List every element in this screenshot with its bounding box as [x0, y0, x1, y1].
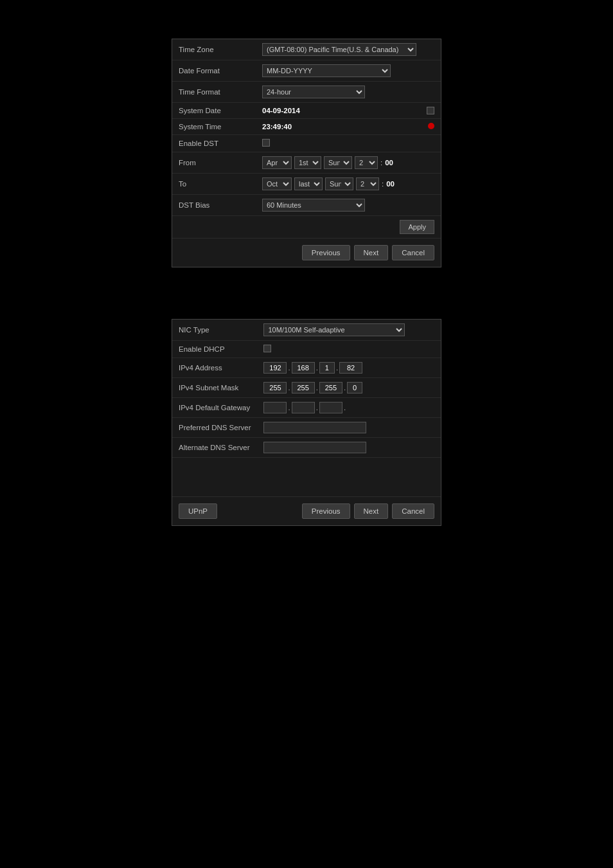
enable-dhcp-label: Enable DHCP: [172, 341, 257, 358]
panel2-footer-left: UPnP: [179, 503, 298, 519]
panel2-footer: UPnP Previous Next Cancel: [172, 496, 441, 525]
from-minutes: 00: [385, 159, 393, 167]
from-num-select[interactable]: 2: [355, 156, 378, 169]
to-week-select[interactable]: last: [294, 177, 323, 190]
panel1-footer: Previous Next Cancel: [172, 238, 441, 267]
previous-button-2[interactable]: Previous: [302, 503, 350, 519]
dns-alternate-field[interactable]: [263, 442, 366, 453]
subnet-dot-2: .: [316, 384, 318, 392]
ip-dot-2: .: [316, 364, 318, 372]
network-settings-table: NIC Type 10M/100M Self-adaptive Enable D…: [172, 320, 441, 496]
date-format-select[interactable]: MM-DD-YYYY: [262, 64, 391, 77]
ipv4-field-3[interactable]: [319, 362, 335, 374]
enable-dst-row: Enable DST: [172, 135, 441, 152]
spacer-row-1: [172, 458, 441, 471]
ipv4-field-2[interactable]: [292, 362, 315, 374]
time-settings-panel: Time Zone (GMT-08:00) Pacific Time(U.S. …: [172, 39, 441, 267]
to-colon: :: [382, 180, 384, 188]
gateway-dot-2: .: [316, 404, 318, 411]
dns-preferred-field[interactable]: [263, 422, 366, 433]
system-date-value: 04-09-2014: [262, 107, 300, 114]
system-date-row: System Date 04-09-2014: [172, 103, 441, 119]
ipv4-label: IPv4 Address: [172, 358, 257, 378]
timezone-row: Time Zone (GMT-08:00) Pacific Time(U.S. …: [172, 39, 441, 60]
apply-row: Apply: [172, 216, 441, 239]
enable-dhcp-checkbox[interactable]: [263, 345, 271, 352]
date-format-row: Date Format MM-DD-YYYY: [172, 60, 441, 82]
next-button[interactable]: Next: [354, 245, 389, 260]
enable-dhcp-row: Enable DHCP: [172, 341, 441, 358]
from-week-select[interactable]: 1st: [294, 156, 321, 169]
time-format-label: Time Format: [172, 82, 256, 103]
time-settings-table: Time Zone (GMT-08:00) Pacific Time(U.S. …: [172, 39, 441, 238]
subnet-dot-3: .: [344, 384, 346, 392]
calendar-icon[interactable]: [427, 107, 434, 114]
time-icon: [428, 123, 434, 131]
enable-dst-checkbox[interactable]: [262, 139, 270, 147]
ip-dot-1: .: [288, 364, 290, 372]
date-format-label: Date Format: [172, 60, 256, 82]
to-month-select[interactable]: Oct: [262, 177, 292, 190]
gateway-field-1[interactable]: [263, 402, 287, 413]
cancel-button[interactable]: Cancel: [392, 245, 434, 260]
ipv4-field-1[interactable]: [263, 362, 287, 374]
to-num-select[interactable]: 2: [356, 177, 379, 190]
subnet-field-3[interactable]: [319, 382, 342, 393]
timezone-label: Time Zone: [172, 39, 256, 60]
gateway-dot-3: .: [344, 404, 346, 411]
dns-alternate-label: Alternate DNS Server: [172, 438, 257, 458]
upnp-button[interactable]: UPnP: [179, 503, 217, 519]
time-format-row: Time Format 24-hour: [172, 82, 441, 103]
subnet-label: IPv4 Subnet Mask: [172, 378, 257, 398]
from-colon: :: [380, 159, 382, 167]
network-settings-panel: NIC Type 10M/100M Self-adaptive Enable D…: [172, 319, 441, 526]
apply-button[interactable]: Apply: [400, 220, 434, 234]
gateway-field-3[interactable]: [319, 402, 342, 413]
dst-bias-select[interactable]: 60 Minutes: [262, 199, 365, 212]
enable-dst-label: Enable DST: [172, 135, 256, 152]
next-button-2[interactable]: Next: [354, 503, 389, 519]
nic-type-label: NIC Type: [172, 320, 257, 341]
subnet-field-4[interactable]: [347, 382, 362, 393]
system-time-value: 23:49:40: [262, 123, 292, 131]
dns-preferred-row: Preferred DNS Server: [172, 418, 441, 438]
from-day-select[interactable]: Sun: [324, 156, 352, 169]
subnet-field-1[interactable]: [263, 382, 287, 393]
to-day-select[interactable]: Sun: [325, 177, 353, 190]
time-format-select[interactable]: 24-hour: [262, 86, 365, 98]
nic-type-row: NIC Type 10M/100M Self-adaptive: [172, 320, 441, 341]
dns-alternate-row: Alternate DNS Server: [172, 438, 441, 458]
from-row: From Apr 1st Sun 2: [172, 152, 441, 174]
spacer-row-3: [172, 484, 441, 496]
spacer-row-2: [172, 471, 441, 484]
from-label: From: [172, 152, 256, 174]
ip-dot-3: .: [336, 364, 338, 372]
dns-preferred-label: Preferred DNS Server: [172, 418, 257, 438]
dst-bias-label: DST Bias: [172, 195, 256, 216]
nic-type-select[interactable]: 10M/100M Self-adaptive: [263, 323, 405, 336]
ipv4-row: IPv4 Address . . .: [172, 358, 441, 378]
system-date-label: System Date: [172, 103, 256, 119]
subnet-dot-1: .: [288, 384, 290, 392]
to-minutes: 00: [386, 180, 395, 188]
to-label: To: [172, 174, 256, 195]
subnet-row: IPv4 Subnet Mask . . .: [172, 378, 441, 398]
to-row: To Oct last Sun 2: [172, 174, 441, 195]
gateway-row: IPv4 Default Gateway . . .: [172, 398, 441, 418]
ipv4-field-4[interactable]: [339, 362, 362, 374]
gateway-field-2[interactable]: [292, 402, 315, 413]
subnet-field-2[interactable]: [292, 382, 315, 393]
previous-button[interactable]: Previous: [302, 245, 350, 260]
dst-bias-row: DST Bias 60 Minutes: [172, 195, 441, 216]
timezone-select[interactable]: (GMT-08:00) Pacific Time(U.S. & Canada): [262, 43, 416, 56]
gateway-label: IPv4 Default Gateway: [172, 398, 257, 418]
from-month-select[interactable]: Apr: [262, 156, 292, 169]
system-time-row: System Time 23:49:40: [172, 119, 441, 135]
gateway-dot-1: .: [288, 404, 290, 411]
system-time-label: System Time: [172, 119, 256, 135]
cancel-button-2[interactable]: Cancel: [392, 503, 434, 519]
